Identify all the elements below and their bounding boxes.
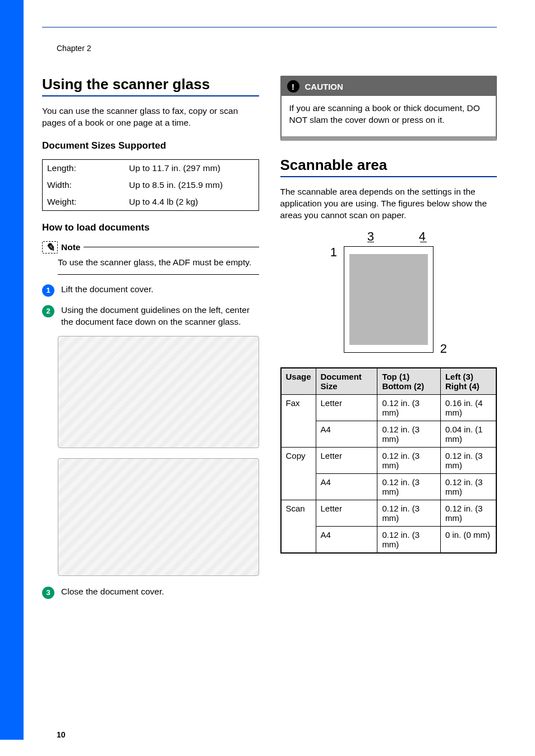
- specs-table: Length: Up to 11.7 in. (297 mm) Width: U…: [42, 159, 259, 211]
- diagram-label-1: 1: [330, 245, 337, 260]
- cell-leftright: 0.12 in. (3 mm): [440, 473, 496, 500]
- chapter-label: Chapter 2: [57, 44, 91, 53]
- note-title: Note: [61, 242, 80, 252]
- col-usage: Usage: [281, 368, 316, 395]
- step-1: 1 Lift the document cover.: [42, 284, 259, 297]
- col-topbottom: Top (1) Bottom (2): [377, 368, 441, 395]
- spec-value: Up to 4.4 lb (2 kg): [124, 193, 259, 211]
- cell-leftright: 0.04 in. (1 mm): [440, 421, 496, 447]
- scannable-area-table: Usage Document Size Top (1) Bottom (2) L…: [280, 367, 497, 554]
- spec-value: Up to 8.5 in. (215.9 mm): [124, 177, 259, 193]
- cell-docsize: A4: [316, 421, 377, 447]
- illustration-closing-cover: [58, 458, 259, 576]
- cell-usage: Scan: [281, 500, 316, 553]
- table-row: Weight: Up to 4.4 lb (2 kg): [43, 193, 259, 211]
- heading-rule: [280, 176, 497, 177]
- heading-scanner-glass: Using the scanner glass: [42, 76, 259, 93]
- right-column: ! CAUTION If you are scanning a book or …: [280, 76, 497, 734]
- caution-icon: !: [287, 80, 299, 93]
- intro-scanner-glass: You can use the scanner glass to fax, co…: [42, 105, 259, 129]
- table-row: Length: Up to 11.7 in. (297 mm): [43, 159, 259, 177]
- step-text: Lift the document cover.: [61, 284, 154, 297]
- table-row: Copy Letter 0.12 in. (3 mm) 0.12 in. (3 …: [281, 447, 497, 473]
- spec-value: Up to 11.7 in. (297 mm): [124, 159, 259, 177]
- note-rule-bottom: [58, 274, 259, 275]
- step-number-icon: 3: [42, 587, 54, 599]
- cell-docsize: Letter: [316, 500, 377, 526]
- table-row: Width: Up to 8.5 in. (215.9 mm): [43, 177, 259, 193]
- caution-box: ! CAUTION If you are scanning a book or …: [280, 76, 497, 141]
- cell-usage: Fax: [281, 394, 316, 447]
- cell-leftright: 0.12 in. (3 mm): [440, 447, 496, 473]
- cell-leftright: 0.16 in. (4 mm): [440, 394, 496, 421]
- cell-usage: Copy: [281, 447, 316, 500]
- caution-label: CAUTION: [305, 82, 343, 91]
- cell-topbottom: 0.12 in. (3 mm): [377, 500, 441, 526]
- spec-label: Width:: [43, 177, 124, 193]
- cell-topbottom: 0.12 in. (3 mm): [377, 421, 441, 447]
- page-accent-bar: [0, 0, 24, 726]
- step-3: 3 Close the document cover.: [42, 586, 259, 599]
- table-row: Fax Letter 0.12 in. (3 mm) 0.16 in. (4 m…: [281, 394, 497, 421]
- spec-label: Length:: [43, 159, 124, 177]
- illustration-open-cover: [58, 336, 259, 448]
- col-leftright: Left (3) Right (4): [440, 368, 496, 395]
- note-header: ✎ Note: [42, 241, 259, 253]
- scannable-area-diagram: 3 4 1 2: [316, 232, 462, 355]
- caution-body: If you are scanning a book or thick docu…: [282, 96, 496, 131]
- cell-leftright: 0 in. (0 mm): [440, 526, 496, 553]
- heading-howto: How to load documents: [42, 222, 259, 233]
- col-docsize: Document Size: [316, 368, 377, 395]
- cell-docsize: Letter: [316, 394, 377, 421]
- intro-scannable: The scannable area depends on the settin…: [280, 186, 497, 222]
- heading-doc-sizes: Document Sizes Supported: [42, 140, 259, 151]
- page-number: 10: [57, 730, 66, 739]
- cell-topbottom: 0.12 in. (3 mm): [377, 447, 441, 473]
- note-icon: ✎: [42, 241, 58, 253]
- diagram-label-2: 2: [440, 342, 447, 356]
- left-column: Using the scanner glass You can use the …: [42, 76, 259, 734]
- heading-rule: [42, 95, 259, 96]
- heading-scannable-area: Scannable area: [280, 156, 497, 174]
- cell-topbottom: 0.12 in. (3 mm): [377, 394, 441, 421]
- cell-docsize: A4: [316, 526, 377, 553]
- cell-docsize: A4: [316, 473, 377, 500]
- page-accent-bar-bottom: [0, 726, 24, 740]
- table-row: Scan Letter 0.12 in. (3 mm) 0.12 in. (3 …: [281, 500, 497, 526]
- step-text: Close the document cover.: [61, 586, 164, 599]
- cell-topbottom: 0.12 in. (3 mm): [377, 473, 441, 500]
- cell-leftright: 0.12 in. (3 mm): [440, 500, 496, 526]
- cell-topbottom: 0.12 in. (3 mm): [377, 526, 441, 553]
- note-rule-top: [84, 247, 259, 247]
- step-text: Using the document guidelines on the lef…: [61, 305, 259, 328]
- step-number-icon: 2: [42, 305, 54, 317]
- spec-label: Weight:: [43, 193, 124, 211]
- step-2: 2 Using the document guidelines on the l…: [42, 305, 259, 328]
- step-number-icon: 1: [42, 284, 54, 297]
- caution-header: ! CAUTION: [282, 77, 496, 96]
- note-body: To use the scanner glass, the ADF must b…: [42, 253, 259, 269]
- table-header-row: Usage Document Size Top (1) Bottom (2) L…: [281, 368, 497, 395]
- top-rule: [42, 27, 497, 27]
- cell-docsize: Letter: [316, 447, 377, 473]
